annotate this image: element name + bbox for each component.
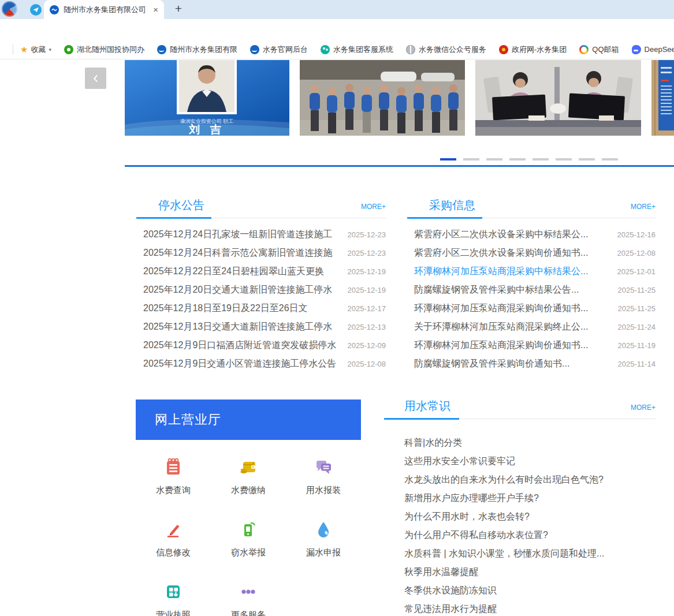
carousel-prev-button[interactable] bbox=[85, 68, 106, 89]
service-leak-report[interactable]: 漏水申报 bbox=[286, 516, 361, 578]
service-more[interactable]: 更多服务 bbox=[211, 578, 286, 616]
carousel-page-dash[interactable] bbox=[440, 158, 456, 160]
service-label: 窃水举报 bbox=[231, 547, 266, 558]
carousel-page-dash[interactable] bbox=[556, 158, 572, 160]
more-link[interactable]: MORE+ bbox=[631, 203, 656, 211]
knowledge-item[interactable]: 科普|水的分类 bbox=[384, 434, 656, 452]
service-water-theft-report[interactable]: 窃水举报 bbox=[211, 516, 286, 578]
news-item-date: 2025-12-19 bbox=[348, 267, 386, 276]
knowledge-item[interactable]: 秋季用水温馨提醒 bbox=[384, 563, 656, 581]
paper-plane-icon bbox=[32, 6, 39, 13]
news-item-title: 防腐螺旋钢管及管件采购中标结果公告... bbox=[414, 284, 613, 296]
news-item[interactable]: 2025年12月20日交通大道新旧管连接施工停水 2025-12-19 bbox=[136, 281, 386, 299]
bookmark-item[interactable]: 水务官网后台 bbox=[250, 44, 308, 55]
bookmark-item[interactable]: 湖北随州国投协同办 bbox=[64, 44, 144, 55]
knowledge-item-title: 新增用水户应办理哪些开户手续? bbox=[404, 492, 651, 505]
favorites-label: 收藏 bbox=[31, 44, 46, 55]
news-item[interactable]: 紫雲府小区二次供水设备采购询价通知书... 2025-12-08 bbox=[407, 244, 656, 262]
bookmark-favicon-icon bbox=[499, 45, 508, 54]
news-item[interactable]: 2025年12月9日交通小区管道连接施工停水公告 2025-12-08 bbox=[136, 354, 386, 373]
new-tab-button[interactable]: + bbox=[171, 1, 186, 16]
carousel-page-dash[interactable] bbox=[579, 158, 595, 160]
knowledge-item[interactable]: 这些用水安全小常识要牢记 bbox=[384, 452, 656, 471]
carousel-page-dash[interactable] bbox=[486, 158, 502, 160]
bookmark-favicon-icon bbox=[64, 45, 73, 54]
service-business-license[interactable]: 营业执照 bbox=[136, 578, 211, 616]
service-water-fee-query[interactable]: 水费查询 bbox=[136, 453, 211, 516]
bookmark-item[interactable]: QQ邮箱 bbox=[579, 44, 619, 55]
browser-toolbar: ← → ↻ ⌂ AI szcswater.com bbox=[0, 19, 674, 40]
news-item-date: 2025-12-08 bbox=[617, 249, 656, 257]
tab-close-icon[interactable]: × bbox=[153, 5, 158, 14]
news-item-title: 2025年12月9日交通小区管道连接施工停水公告 bbox=[143, 358, 343, 370]
news-item[interactable]: 2025年12月24日科普示范公寓新旧管道连接施 2025-12-23 bbox=[136, 244, 386, 262]
carousel-page-dash[interactable] bbox=[509, 158, 526, 160]
news-item[interactable]: 2025年12月9日口福酒店附近管道突发破损停水 2025-12-09 bbox=[136, 336, 386, 354]
more-link[interactable]: MORE+ bbox=[361, 203, 386, 211]
news-item[interactable]: 2025年12月22日至24日碧桂园翠山蓝天更换 2025-12-19 bbox=[136, 262, 386, 281]
bookmark-favicon-icon bbox=[321, 45, 330, 54]
news-item[interactable]: 环潭柳林河加压泵站商混采购询价通知书... 2025-11-19 bbox=[407, 336, 656, 354]
carousel-page-dash[interactable] bbox=[602, 158, 618, 160]
service-water-fee-payment[interactable]: 水费缴纳 bbox=[211, 453, 286, 516]
news-item[interactable]: 2025年12月13日交通大道新旧管连接施工停水 2025-12-13 bbox=[136, 318, 386, 336]
news-item-date: 2025-12-17 bbox=[348, 304, 386, 313]
news-item[interactable]: 2025年12月24日孔家坡一组新旧管道连接施工 2025-12-23 bbox=[136, 225, 386, 244]
knowledge-item[interactable]: 为什么不用水时，水表也会转? bbox=[384, 507, 656, 526]
knowledge-item[interactable]: 新增用水户应办理哪些开户手续? bbox=[384, 489, 656, 507]
news-item[interactable]: 关于环潭柳林河加压泵站商混采购终止公... 2025-11-24 bbox=[407, 318, 656, 336]
news-item-title: 2025年12月24日孔家坡一组新旧管道连接施工 bbox=[143, 229, 343, 241]
more-link[interactable]: MORE+ bbox=[631, 404, 656, 412]
title-underline bbox=[136, 217, 211, 219]
news-item-date: 2025-12-13 bbox=[348, 323, 386, 331]
bookmarks-bar: ★ 收藏 ▾ 湖北随州国投协同办 随州市水务集团有限 水务官网后台 bbox=[0, 40, 674, 59]
online-hall-banner[interactable]: 网上营业厅 bbox=[136, 400, 361, 440]
knowledge-item[interactable]: 水质科普 | 水知识小课堂，秒懂水质问题和处理... bbox=[384, 544, 656, 563]
favorites-folder[interactable]: ★ 收藏 ▾ bbox=[20, 44, 51, 55]
carousel-slide-group-photo[interactable] bbox=[300, 60, 465, 136]
service-info-modify[interactable]: 信息修改 bbox=[136, 516, 211, 578]
news-item-date: 2025-12-19 bbox=[348, 286, 386, 294]
bookmark-item[interactable]: 水务集团客服系统 bbox=[321, 44, 393, 55]
telegram-icon[interactable] bbox=[30, 4, 42, 16]
site-favicon-icon bbox=[50, 5, 59, 14]
section-water-knowledge: 用水常识 MORE+ 科普|水的分类 这些用水安全小常识要牢记 水龙头放出的自来… bbox=[384, 393, 656, 616]
content-divider bbox=[125, 165, 674, 167]
news-item-title: 环潭柳林河加压泵站商混采购询价通知书... bbox=[414, 303, 613, 315]
knowledge-item[interactable]: 常见违法用水行为提醒 bbox=[384, 600, 656, 616]
employee-card-name: 刘 吉 bbox=[188, 124, 224, 136]
carousel-slide-poster-photo[interactable] bbox=[651, 60, 674, 136]
news-item[interactable]: 环潭柳林河加压泵站商混采购询价通知书... 2025-11-25 bbox=[407, 299, 656, 318]
news-item[interactable]: 防腐螺旋钢管及管件采购中标结果公告... 2025-11-25 bbox=[407, 281, 656, 299]
news-item-title: 环潭柳林河加压泵站商混采购中标结果公... bbox=[414, 266, 613, 278]
news-item[interactable]: 2025年12月18日至19日及22日至26日文 2025-12-17 bbox=[136, 299, 386, 318]
news-item-title: 2025年12月20日交通大道新旧管连接施工停水 bbox=[143, 284, 343, 296]
bookmark-item[interactable]: DeepSeek - 探索未 bbox=[632, 44, 674, 55]
carousel-page-dash[interactable] bbox=[463, 158, 479, 160]
bookmark-item[interactable]: 随州市水务集团有限 bbox=[157, 44, 237, 55]
service-label: 更多服务 bbox=[231, 610, 266, 616]
carousel-slide-employee-card[interactable]: 康润实业投资公司 职工 刘 吉 bbox=[125, 60, 289, 136]
active-tab[interactable]: 随州市水务集团有限公司 × bbox=[44, 0, 164, 19]
services-grid: 水费查询 水费缴纳 用水报装 bbox=[136, 453, 361, 616]
news-item[interactable]: 环潭柳林河加压泵站商混采购中标结果公... 2025-12-01 bbox=[407, 262, 656, 281]
service-water-installation[interactable]: 用水报装 bbox=[286, 453, 361, 516]
bookmark-favicon-icon bbox=[157, 45, 166, 54]
stop-water-list: 2025年12月24日孔家坡一组新旧管道连接施工 2025-12-23 2025… bbox=[136, 225, 386, 373]
news-item[interactable]: 防腐螺旋钢管及管件采购询价通知书... 2025-11-14 bbox=[407, 354, 656, 373]
news-item-title: 环潭柳林河加压泵站商混采购询价通知书... bbox=[414, 339, 613, 352]
bookmark-item[interactable]: 水务微信公众号服务 bbox=[406, 44, 486, 55]
news-item-title: 2025年12月9日口福酒店附近管道突发破损停水 bbox=[143, 339, 343, 352]
knowledge-item-title: 为什么用户不得私自移动水表位置? bbox=[404, 529, 651, 542]
knowledge-item[interactable]: 冬季供水设施防冻知识 bbox=[384, 581, 656, 600]
browser-logo-icon[interactable] bbox=[2, 1, 17, 17]
news-item[interactable]: 紫雲府小区二次供水设备采购中标结果公... 2025-12-16 bbox=[407, 225, 656, 244]
news-item-date: 2025-12-23 bbox=[348, 230, 386, 239]
carousel-page-dash[interactable] bbox=[533, 158, 549, 160]
knowledge-item[interactable]: 为什么用户不得私自移动水表位置? bbox=[384, 526, 656, 544]
carousel-slide-office-photo[interactable] bbox=[475, 60, 641, 136]
service-label: 水费缴纳 bbox=[231, 485, 266, 496]
wallet-icon bbox=[238, 457, 259, 477]
knowledge-item[interactable]: 水龙头放出的自来水为什么有时会出现白色气泡? bbox=[384, 471, 656, 489]
bookmark-item[interactable]: 政府网-水务集团 bbox=[499, 44, 567, 55]
